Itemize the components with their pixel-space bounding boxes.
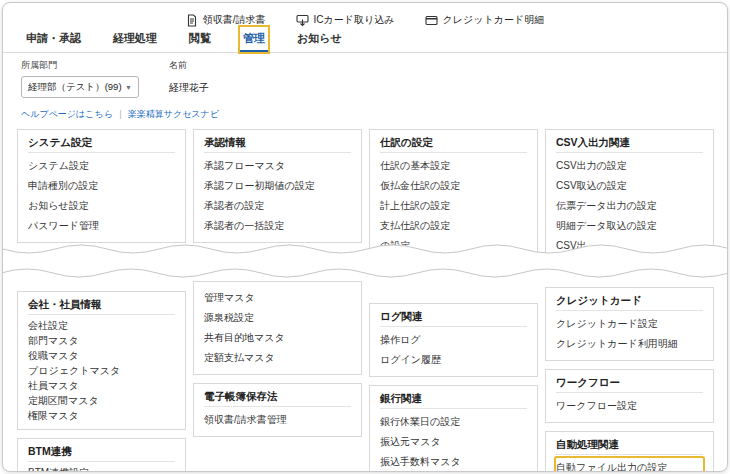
panel-title: 承認情報 xyxy=(204,136,351,153)
credit-card-statement-link[interactable]: クレジットカード明細 xyxy=(425,11,545,29)
panel-item-link[interactable]: 支払仕訳の設定 xyxy=(380,216,527,236)
panel-item-link[interactable]: 権限マスタ xyxy=(28,408,175,423)
panel-item-link[interactable]: 部門マスタ xyxy=(28,333,175,348)
panel-item-link[interactable]: CSV出力の設定 xyxy=(556,156,703,176)
top-item-label: クレジットカード明細 xyxy=(443,13,545,27)
settings-panel: CSV入出力関連CSV出力の設定CSV取込の設定伝票データ出力の設定明細データ取… xyxy=(545,129,714,263)
settings-panel: 管理マスタ源泉税設定共有目的地マスタ定額支払マスタ xyxy=(193,281,362,375)
panel-item-link[interactable]: 承認者の設定 xyxy=(204,196,351,216)
credit-card-icon xyxy=(425,14,438,27)
panel-item-link[interactable]: 振込元マスタ xyxy=(380,432,527,452)
panel-item-link[interactable]: ワークフロー設定 xyxy=(556,396,703,416)
top-item-label: ICカード取り込み xyxy=(314,13,395,27)
panel-title: ログ関連 xyxy=(380,310,527,327)
settings-grid-upper: システム設定システム設定申請種別の設定お知らせ設定パスワード管理承認情報承認フロ… xyxy=(3,129,727,279)
tab-news[interactable]: お知らせ xyxy=(294,27,345,52)
panel-item-link[interactable]: お知らせ設定 xyxy=(28,196,175,216)
panel-column: 会社・社員情報会社設定部門マスタ役職マスタプロジェクトマスタ社員マスタ定期区間マ… xyxy=(17,279,186,472)
panel-item-link[interactable]: 仮払金仕訳の設定 xyxy=(380,176,527,196)
panel-item-link[interactable]: 定期区間マスタ xyxy=(28,393,175,408)
settings-panel: 銀行関連銀行休業日の設定振込元マスタ振込手数料マスタ xyxy=(369,385,538,472)
panel-title: クレジットカード xyxy=(556,294,703,311)
tab-view[interactable]: 閲覧 xyxy=(186,27,214,52)
panel-title: 電子帳簿保存法 xyxy=(204,390,351,407)
panel-item-link[interactable]: 共有目的地マスタ xyxy=(204,328,351,348)
settings-panel: ログ関連操作ログログイン履歴 xyxy=(369,303,538,377)
panel-item-link[interactable]: クレジットカード利用明細 xyxy=(556,334,703,354)
panel-item-link[interactable]: 役職マスタ xyxy=(28,348,175,363)
panel-item-link[interactable]: 承認フローマスタ xyxy=(204,156,351,176)
settings-panel: 自動処理関連自動ファイル出力の設定自動ファイル出力履歴 xyxy=(545,431,714,472)
success-navi-link[interactable]: 楽楽精算サクセスナビ xyxy=(128,109,219,119)
panel-title: ワークフロー xyxy=(556,376,703,393)
panel-item-link[interactable]: 管理マスタ xyxy=(204,288,351,308)
ic-card-import-icon xyxy=(296,14,309,27)
panel-item-link[interactable]: CSV取込の設定 xyxy=(556,176,703,196)
panel-item-link[interactable]: CSV出 xyxy=(556,236,703,256)
settings-panel: 承認情報承認フローマスタ承認フロー初期値の設定承認者の設定承認者の一括設定 xyxy=(193,129,362,243)
panel-item-link[interactable]: 振込手数料マスタ xyxy=(380,452,527,472)
panel-item-link[interactable]: 社員マスタ xyxy=(28,378,175,393)
panel-title: システム設定 xyxy=(28,136,175,153)
panel-title: BTM連携 xyxy=(28,445,175,462)
panel-item-link[interactable]: 承認フロー初期値の設定 xyxy=(204,176,351,196)
panel-item-link[interactable]: 申請種別の設定 xyxy=(28,176,175,196)
settings-panel: 会社・社員情報会社設定部門マスタ役職マスタプロジェクトマスタ社員マスタ定期区間マ… xyxy=(17,291,186,430)
panel-column: システム設定システム設定申請種別の設定お知らせ設定パスワード管理 xyxy=(17,129,186,279)
panel-item-link[interactable]: 伝票データ出力の設定 xyxy=(556,196,703,216)
tab-application-approval[interactable]: 申請・承認 xyxy=(23,27,84,52)
settings-panel: ワークフローワークフロー設定 xyxy=(545,369,714,423)
panel-title: CSV入出力関連 xyxy=(556,136,703,153)
main-nav: 申請・承認 経理処理 閲覧 管理 お知らせ xyxy=(3,29,727,53)
tab-accounting[interactable]: 経理処理 xyxy=(110,27,160,52)
department-field: 所属部門 経理部（テスト）(99) ▼ xyxy=(21,59,139,98)
panel-item-link[interactable]: プロジェクトマスタ xyxy=(28,363,175,378)
name-field: 名前 経理花子 xyxy=(169,59,209,98)
tab-admin[interactable]: 管理 xyxy=(240,27,268,52)
panel-item-link[interactable]: クレジットカード設定 xyxy=(556,314,703,334)
panel-column: 管理マスタ源泉税設定共有目的地マスタ定額支払マスタ電子帳簿保存法領収書/請求書管… xyxy=(193,279,362,472)
panel-column: CSV入出力関連CSV出力の設定CSV取込の設定伝票データ出力の設定明細データ取… xyxy=(545,129,714,279)
panel-column: 仕訳の設定仕訳の基本設定仮払金仕訳の設定計上仕訳の設定支払仕訳の設定の設定 xyxy=(369,129,538,279)
panel-item-link[interactable]: 領収書/請求書管理 xyxy=(204,410,351,430)
department-select[interactable]: 経理部（テスト）(99) ▼ xyxy=(21,76,139,98)
topbar: 領収書/請求書 ICカード取り込み クレジットカード明細 xyxy=(3,3,727,29)
panel-column: ログ関連操作ログログイン履歴銀行関連銀行休業日の設定振込元マスタ振込手数料マスタ xyxy=(369,279,538,472)
panel-item-link[interactable]: システム設定 xyxy=(28,156,175,176)
panel-item-link[interactable]: BTM連携設定 xyxy=(28,465,175,472)
settings-panel: システム設定システム設定申請種別の設定お知らせ設定パスワード管理 xyxy=(17,129,186,243)
panel-item-link[interactable]: 操作ログ xyxy=(380,330,527,350)
chevron-down-icon: ▼ xyxy=(125,84,132,91)
name-label: 名前 xyxy=(169,59,209,72)
panel-item-link[interactable]: 自動ファイル出力の設定 xyxy=(556,458,703,472)
panel-item-link[interactable]: 銀行休業日の設定 xyxy=(380,412,527,432)
app-window: 領収書/請求書 ICカード取り込み クレジットカード明細 申請・承認 経理処理 … xyxy=(2,2,728,472)
panel-item-link[interactable]: 計上仕訳の設定 xyxy=(380,196,527,216)
panel-item-link[interactable]: パスワード管理 xyxy=(28,216,175,236)
help-bar: ヘルプページはこちら｜楽楽精算サクセスナビ xyxy=(3,100,727,125)
help-page-link[interactable]: ヘルプページはこちら xyxy=(21,109,113,119)
panel-title: 仕訳の設定 xyxy=(380,136,527,153)
department-value: 経理部（テスト）(99) xyxy=(28,81,122,94)
panel-item-link[interactable]: ログイン履歴 xyxy=(380,350,527,370)
panel-item-link[interactable]: 明細データ取込の設定 xyxy=(556,216,703,236)
panel-title: 会社・社員情報 xyxy=(28,298,175,315)
name-value: 経理花子 xyxy=(169,76,209,95)
settings-panel: クレジットカードクレジットカード設定クレジットカード利用明細 xyxy=(545,287,714,361)
top-item-label: 領収書/請求書 xyxy=(203,13,266,27)
receipt-icon xyxy=(186,14,198,27)
profile-bar: 所属部門 経理部（テスト）(99) ▼ 名前 経理花子 xyxy=(3,53,727,100)
panel-item-link[interactable]: 源泉税設定 xyxy=(204,308,351,328)
help-divider: ｜ xyxy=(113,109,128,119)
panel-column: 承認情報承認フローマスタ承認フロー初期値の設定承認者の設定承認者の一括設定 xyxy=(193,129,362,279)
panel-item-link[interactable]: 定額支払マスタ xyxy=(204,348,351,368)
settings-panel: 電子帳簿保存法領収書/請求書管理 xyxy=(193,383,362,437)
panel-title: 銀行関連 xyxy=(380,392,527,409)
panel-title: 自動処理関連 xyxy=(556,438,703,455)
panel-item-link[interactable]: 仕訳の基本設定 xyxy=(380,156,527,176)
panel-column: クレジットカードクレジットカード設定クレジットカード利用明細ワークフローワークフ… xyxy=(545,279,714,472)
panel-item-link[interactable]: 承認者の一括設定 xyxy=(204,216,351,236)
settings-panel: 仕訳の設定仕訳の基本設定仮払金仕訳の設定計上仕訳の設定支払仕訳の設定の設定 xyxy=(369,129,538,263)
panel-item-link[interactable]: 会社設定 xyxy=(28,318,175,333)
panel-item-link[interactable]: の設定 xyxy=(380,236,527,256)
